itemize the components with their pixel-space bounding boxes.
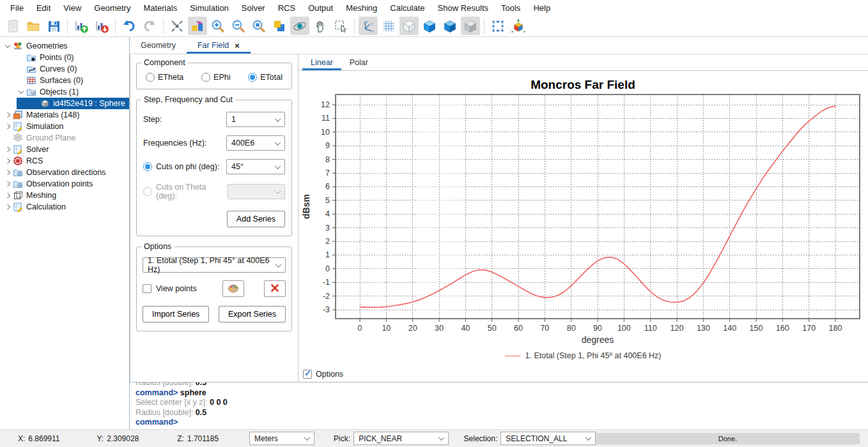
radio-ephi-control[interactable] <box>201 73 210 82</box>
series-select[interactable]: 1. Etotal (Step 1, Phi 45° at 400E6 Hz) <box>143 257 286 273</box>
import-results-button[interactable] <box>72 17 91 35</box>
options-group-title: Options <box>141 242 174 251</box>
menu-item-geometry[interactable]: Geometry <box>88 3 137 13</box>
wireframe-view-button[interactable] <box>399 17 419 35</box>
menu-item-materials[interactable]: Materials <box>137 3 183 13</box>
tab-linear[interactable]: Linear <box>302 54 341 70</box>
expand-arrow-icon[interactable] <box>16 87 26 97</box>
expand-arrow-icon[interactable] <box>3 156 13 166</box>
expand-arrow-icon[interactable] <box>3 202 13 212</box>
tree-item-id4f52e419-sphere[interactable]: id4f52e419 : Sphere <box>0 98 129 109</box>
toolbar-separator <box>115 19 116 34</box>
toolbar-separator <box>484 19 484 34</box>
pan-button[interactable] <box>311 17 330 35</box>
selection-select[interactable]: SELECTION_ALL <box>500 432 595 445</box>
menu-item-calculate[interactable]: Calculate <box>384 3 431 13</box>
status-text: Done. <box>718 435 737 443</box>
orbit-rotate-button[interactable] <box>290 17 309 35</box>
zoom-in-button[interactable] <box>208 17 228 35</box>
menu-item-help[interactable]: Help <box>527 3 557 13</box>
open-project-button[interactable] <box>24 17 43 35</box>
menu-item-output[interactable]: Output <box>302 3 339 13</box>
cuts-phi-select[interactable]: 45° <box>226 159 285 174</box>
tree-item-curves-0[interactable]: Curves (0) <box>0 63 129 75</box>
expand-arrow-icon[interactable] <box>3 121 13 132</box>
tree-item-observation-directions[interactable]: Observation directions <box>0 167 129 178</box>
hidden-line-view-button[interactable] <box>461 17 480 35</box>
radio-etheta[interactable]: ETheta <box>146 73 183 82</box>
undo-button[interactable] <box>120 17 139 35</box>
expand-arrow-icon[interactable] <box>3 41 13 51</box>
tree-item-surfaces-0[interactable]: Surfaces (0) <box>0 75 129 86</box>
svg-text:3: 3 <box>325 224 330 232</box>
menu-item-show-results[interactable]: Show Results <box>431 3 495 13</box>
tree-item-ground-plane[interactable]: Ground Plane <box>0 132 129 144</box>
menu-item-edit[interactable]: Edit <box>30 3 57 13</box>
grid-button[interactable] <box>379 17 398 35</box>
menu-item-simulation[interactable]: Simulation <box>183 3 235 13</box>
selection-box-button[interactable] <box>488 17 508 35</box>
tree-item-observation-points[interactable]: Observation points <box>0 178 129 190</box>
axes-button[interactable]: zyx <box>359 17 378 35</box>
tree-item-geometries[interactable]: Geometries <box>0 40 129 52</box>
zoom-out-button[interactable] <box>229 17 248 35</box>
command-console[interactable]: Radius [double]: 0.5command> sphereSelec… <box>130 382 868 429</box>
radio-etotal-control[interactable] <box>248 73 257 82</box>
zoom-in-icon <box>210 19 226 34</box>
zoom-window-button[interactable] <box>249 17 268 35</box>
menu-item-solver[interactable]: Solver <box>235 3 272 13</box>
menu-item-tools[interactable]: Tools <box>495 3 527 13</box>
save-project-button[interactable] <box>44 17 63 35</box>
expand-arrow-icon[interactable] <box>3 167 13 178</box>
tree-item-points-0[interactable]: Points (0) <box>0 52 129 63</box>
expand-arrow-icon[interactable] <box>3 144 13 155</box>
pick-select[interactable]: PICK_NEAR <box>353 432 448 445</box>
menu-item-file[interactable]: File <box>4 3 30 13</box>
import-series-button[interactable]: Import Series <box>143 306 209 322</box>
export-series-button[interactable]: Export Series <box>219 306 286 322</box>
menu-item-view[interactable]: View <box>57 3 88 13</box>
radio-etheta-control[interactable] <box>146 73 155 82</box>
fit-view-button[interactable] <box>167 17 187 35</box>
options-checkbox[interactable] <box>303 370 312 379</box>
tree-item-rcs[interactable]: RCS <box>0 155 129 167</box>
tab-geometry[interactable]: Geometry <box>130 37 187 54</box>
select-button[interactable] <box>331 17 350 35</box>
expand-arrow-icon[interactable] <box>3 179 13 189</box>
tree-item-simulation[interactable]: Simulation <box>0 121 129 132</box>
tree-item-meshing[interactable]: Meshing <box>0 190 129 201</box>
view-cube-button[interactable] <box>188 17 207 35</box>
local-axes-button[interactable] <box>509 17 528 35</box>
series-color-button[interactable] <box>222 280 244 297</box>
units-select[interactable]: Meters <box>249 432 314 445</box>
tree-item-solver[interactable]: Solver <box>0 144 129 155</box>
bring-to-front-button[interactable] <box>270 17 289 35</box>
materials-icon <box>13 110 23 120</box>
redo-button[interactable] <box>140 17 159 35</box>
tab-far-field[interactable]: Far Field × <box>187 37 251 54</box>
tab-polar[interactable]: Polar <box>341 54 376 70</box>
menu-item-rcs[interactable]: RCS <box>272 3 302 13</box>
tree-item-objects-1[interactable]: Objects (1) <box>0 86 129 98</box>
tree-item-materials-148[interactable]: Materials (148) <box>0 109 129 121</box>
solid-view-button[interactable] <box>420 17 439 35</box>
frequencies-select[interactable]: 400E6 <box>226 135 285 151</box>
shaded-view-button[interactable] <box>440 17 460 35</box>
close-tab-icon[interactable]: × <box>235 42 240 50</box>
export-results-button[interactable] <box>92 17 111 35</box>
radio-etotal[interactable]: ETotal <box>248 73 283 82</box>
radio-ephi[interactable]: EPhi <box>201 73 230 82</box>
add-series-button[interactable]: Add Series <box>227 211 285 227</box>
tree-item-label: Surfaces (0) <box>40 76 83 85</box>
view-points-checkbox[interactable] <box>143 284 151 293</box>
cuts-phi-radio[interactable] <box>143 162 152 171</box>
menu-item-meshing[interactable]: Meshing <box>339 3 384 13</box>
tree-item-label: Observation points <box>26 179 93 188</box>
expand-arrow-icon[interactable] <box>3 110 13 120</box>
project-tree[interactable]: GeometriesPoints (0)Curves (0)Surfaces (… <box>0 37 130 429</box>
new-project-button[interactable] <box>3 17 22 35</box>
step-select[interactable]: 1 <box>226 112 285 127</box>
delete-series-button[interactable] <box>264 280 286 297</box>
expand-arrow-icon[interactable] <box>3 190 13 201</box>
tree-item-calculation[interactable]: Calculation <box>0 201 129 213</box>
